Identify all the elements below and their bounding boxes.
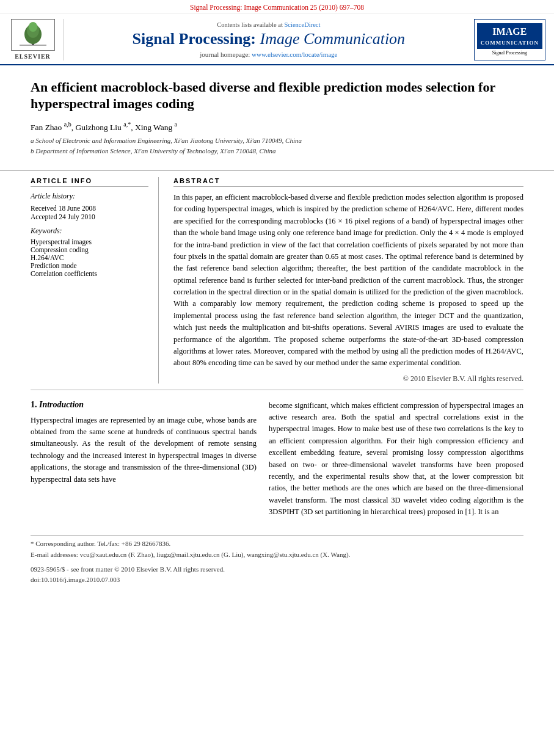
journal-main-title: Signal Processing: Image Communication bbox=[133, 31, 406, 48]
elsevier-logo-box bbox=[11, 19, 55, 51]
citation-text: Signal Processing: Image Communication 2… bbox=[190, 4, 364, 11]
affiliations: a School of Electronic and Information E… bbox=[31, 136, 523, 156]
ic-subtitle: Signal Processing bbox=[477, 50, 542, 56]
keyword-4: Prediction mode bbox=[31, 262, 148, 269]
received-date: Received 18 June 2008 bbox=[31, 205, 148, 212]
affiliation-b: b Department of Information Science, Xi'… bbox=[31, 146, 523, 156]
footnotes: * Corresponding author. Tel./fax: +86 29… bbox=[31, 535, 523, 559]
email-note: E-mail addresses: vcu@xaut.edu.cn (F. Zh… bbox=[31, 550, 523, 559]
abstract-text: In this paper, an efficient macroblock-b… bbox=[173, 192, 523, 369]
communication-word: COMMUNICATION bbox=[481, 40, 539, 46]
article-title-section: An efficient macroblock-based diverse an… bbox=[0, 65, 554, 165]
corresponding-author-note: * Corresponding author. Tel./fax: +86 29… bbox=[31, 539, 523, 548]
svg-point-4 bbox=[29, 22, 37, 32]
journal-homepage: journal homepage: www.elsevier.com/locat… bbox=[200, 51, 337, 58]
intro-right-col: become significant, which makes efficien… bbox=[269, 400, 523, 525]
article-history-label: Article history: bbox=[31, 192, 148, 201]
keyword-5: Correlation coefficients bbox=[31, 270, 148, 277]
keyword-2: Compression coding bbox=[31, 246, 148, 253]
journal-logo-right: IMAGE COMMUNICATION Signal Processing bbox=[474, 19, 545, 60]
email-addresses: vcu@xaut.edu.cn (F. Zhao), liugz@mail.xj… bbox=[80, 551, 351, 558]
intro-right-para-1: become significant, which makes efficien… bbox=[269, 400, 523, 518]
image-word: IMAGE bbox=[481, 26, 539, 37]
copyright-line: © 2010 Elsevier B.V. All rights reserved… bbox=[173, 374, 523, 383]
article-info-col: ARTICLE INFO Article history: Received 1… bbox=[31, 177, 159, 383]
journal-citation-bar: Signal Processing: Image Communication 2… bbox=[0, 0, 554, 14]
section-number: 1. bbox=[31, 400, 37, 409]
elsevier-brand-text: ELSEVIER bbox=[15, 53, 51, 60]
section-title-text: Introduction bbox=[39, 400, 84, 409]
intro-left-col: 1. Introduction Hyperspectral images are… bbox=[31, 400, 257, 525]
sciencedirect-link[interactable]: ScienceDirect bbox=[285, 21, 321, 28]
sciencedirect-line: Contents lists available at ScienceDirec… bbox=[217, 21, 320, 28]
article-info-abstract-section: ARTICLE INFO Article history: Received 1… bbox=[0, 170, 554, 390]
abstract-header: ABSTRACT bbox=[173, 177, 523, 187]
affiliation-a: a School of Electronic and Information E… bbox=[31, 136, 523, 146]
issn-line: 0923-5965/$ - see front matter © 2010 El… bbox=[31, 564, 523, 575]
intro-left-para: Hyperspectral images are represented by … bbox=[31, 415, 257, 485]
journal-header: ELSEVIER Contents lists available at Sci… bbox=[0, 14, 554, 65]
abstract-col: ABSTRACT In this paper, an efficient mac… bbox=[171, 177, 523, 383]
homepage-link[interactable]: www.elsevier.com/locate/image bbox=[252, 51, 337, 58]
keyword-1: Hyperspectral images bbox=[31, 238, 148, 245]
article-title: An efficient macroblock-based diverse an… bbox=[31, 79, 523, 112]
elsevier-logo: ELSEVIER bbox=[9, 19, 64, 60]
doi-line: doi:10.1016/j.image.2010.07.003 bbox=[31, 575, 523, 585]
keyword-3: H.264/AVC bbox=[31, 254, 148, 261]
journal-title-block: Contents lists available at ScienceDirec… bbox=[70, 19, 468, 60]
authors-line: Fan Zhao a,b, Guizhong Liu a,*, Xing Wan… bbox=[31, 121, 523, 133]
email-label: E-mail addresses: bbox=[31, 551, 78, 558]
ic-logo-box: IMAGE COMMUNICATION bbox=[477, 23, 542, 49]
keywords-label: Keywords: bbox=[31, 227, 148, 236]
accepted-date: Accepted 24 July 2010 bbox=[31, 213, 148, 220]
article-info-header: ARTICLE INFO bbox=[31, 177, 148, 187]
bottom-info: 0923-5965/$ - see front matter © 2010 El… bbox=[31, 564, 523, 584]
section-title: 1. Introduction bbox=[31, 400, 257, 410]
introduction-section: 1. Introduction Hyperspectral images are… bbox=[0, 390, 554, 531]
